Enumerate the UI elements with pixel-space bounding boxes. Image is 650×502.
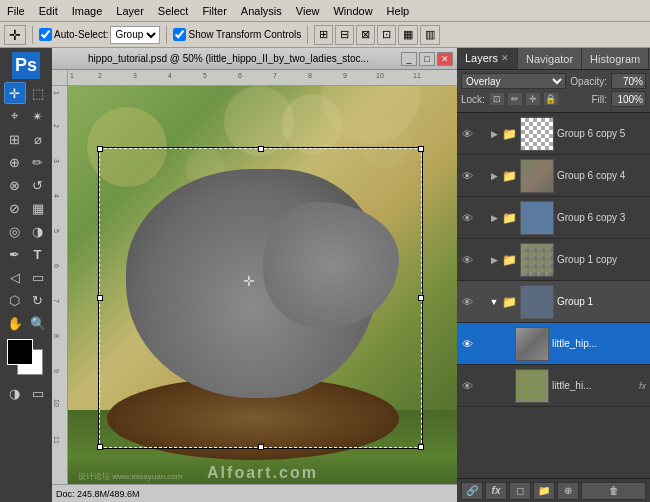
select-tool-icon[interactable]: ⬚ <box>27 82 49 104</box>
lock-fill-row: Lock: ⊡ ✏ ✛ 🔒 Fill: <box>461 91 646 107</box>
crop-tool-icon[interactable]: ⊞ <box>4 128 26 150</box>
visibility-eye-group1copy[interactable]: 👁 <box>459 252 475 268</box>
path-select-icon[interactable]: ◁ <box>4 266 26 288</box>
tab-layers-close[interactable]: ✕ <box>501 53 509 63</box>
lock-transparent-btn[interactable]: ⊡ <box>489 92 505 106</box>
expand-group6copy4[interactable]: ▶ <box>487 169 501 183</box>
text-tool-icon[interactable]: T <box>27 243 49 265</box>
minimize-button[interactable]: _ <box>401 52 417 66</box>
menu-image[interactable]: Image <box>65 3 110 19</box>
heal-tool-icon[interactable]: ⊕ <box>4 151 26 173</box>
add-mask-btn[interactable]: ◻ <box>509 482 531 500</box>
expand-group1[interactable]: ▼ <box>487 295 501 309</box>
expand-little-hi-fx <box>487 379 501 393</box>
quick-mask-icon[interactable]: ◑ <box>4 382 26 404</box>
canvas-image: ✛ <box>68 86 457 502</box>
blur-icon[interactable]: ◎ <box>4 220 26 242</box>
new-group-btn[interactable]: 📁 <box>533 482 555 500</box>
menu-help[interactable]: Help <box>380 3 417 19</box>
lock-all-btn[interactable]: 🔒 <box>543 92 559 106</box>
align-bottom-btn[interactable]: ▥ <box>420 25 440 45</box>
menu-edit[interactable]: Edit <box>32 3 65 19</box>
visibility-eye-little-hip[interactable]: 👁 <box>459 336 475 352</box>
tab-histogram[interactable]: Histogram <box>582 48 649 69</box>
menu-window[interactable]: Window <box>326 3 379 19</box>
lock-image-btn[interactable]: ✏ <box>507 92 523 106</box>
layer-group6copy3[interactable]: 👁 ▶ 📁 Group 6 copy 3 <box>457 197 650 239</box>
add-style-btn[interactable]: fx <box>485 482 507 500</box>
link-group6copy4 <box>475 168 487 184</box>
clone-stamp-icon[interactable]: ⊗ <box>4 174 26 196</box>
lock-position-btn[interactable]: ✛ <box>525 92 541 106</box>
transform-controls-checkbox[interactable] <box>173 28 186 41</box>
document-titlebar: hippo_tutorial.psd @ 50% (little_hippo_I… <box>52 48 457 70</box>
layer-little-hi-fx[interactable]: 👁 little_hi... fx <box>457 365 650 407</box>
layer-little-hip[interactable]: 👁 little_hip... <box>457 323 650 365</box>
layer-group1[interactable]: 👁 ▼ 📁 Group 1 <box>457 281 650 323</box>
auto-select-checkbox[interactable] <box>39 28 52 41</box>
color-selector[interactable] <box>7 339 45 377</box>
visibility-eye-group6copy5[interactable]: 👁 <box>459 126 475 142</box>
tab-navigator[interactable]: Navigator <box>518 48 582 69</box>
expand-group6copy3[interactable]: ▶ <box>487 211 501 225</box>
link-group6copy3 <box>475 210 487 226</box>
menu-layer[interactable]: Layer <box>109 3 151 19</box>
menu-select[interactable]: Select <box>151 3 196 19</box>
new-layer-btn[interactable]: ⊕ <box>557 482 579 500</box>
history-brush-icon[interactable]: ↺ <box>27 174 49 196</box>
link-little-hi-fx <box>475 378 487 394</box>
align-center-btn[interactable]: ⊟ <box>335 25 354 45</box>
menu-view[interactable]: View <box>289 3 327 19</box>
expand-group6copy5[interactable]: ▶ <box>487 127 501 141</box>
align-right-btn[interactable]: ⊠ <box>356 25 375 45</box>
vertical-ruler: 1 2 3 4 5 6 7 8 9 10 11 <box>52 86 68 502</box>
selection-handle-mr[interactable] <box>418 295 424 301</box>
toolbar-divider-1 <box>32 26 33 44</box>
eyedropper-icon[interactable]: ⌀ <box>27 128 49 150</box>
selection-handle-tr[interactable] <box>418 146 424 152</box>
gradient-icon[interactable]: ▦ <box>27 197 49 219</box>
dodge-icon[interactable]: ◑ <box>27 220 49 242</box>
hand-tool-icon[interactable]: ✋ <box>4 312 26 334</box>
blend-mode-select[interactable]: Overlay <box>461 73 566 89</box>
magic-wand-icon[interactable]: ✴ <box>27 105 49 127</box>
lasso-tool-icon[interactable]: ⌖ <box>4 105 26 127</box>
align-top-btn[interactable]: ⊡ <box>377 25 396 45</box>
tab-layers[interactable]: Layers ✕ <box>457 48 518 69</box>
visibility-eye-group6copy3[interactable]: 👁 <box>459 210 475 226</box>
photo-canvas[interactable]: ✛ 设计论坛 www.missyuan.com Alfoart.com <box>68 86 457 502</box>
foreground-color[interactable] <box>7 339 33 365</box>
delete-layer-btn[interactable]: 🗑 <box>581 482 646 500</box>
fx-badge: fx <box>639 381 646 391</box>
visibility-eye-little-hi-fx[interactable]: 👁 <box>459 378 475 394</box>
shape-tool-icon[interactable]: ▭ <box>27 266 49 288</box>
menu-analysis[interactable]: Analysis <box>234 3 289 19</box>
menu-file[interactable]: File <box>0 3 32 19</box>
brush-tool-icon[interactable]: ✏ <box>27 151 49 173</box>
auto-select-dropdown[interactable]: Group <box>110 26 160 44</box>
link-little-hip <box>475 336 487 352</box>
close-button[interactable]: ✕ <box>437 52 453 66</box>
fill-input[interactable] <box>611 91 646 107</box>
restore-button[interactable]: □ <box>419 52 435 66</box>
visibility-eye-group6copy4[interactable]: 👁 <box>459 168 475 184</box>
layer-group6copy4[interactable]: 👁 ▶ 📁 Group 6 copy 4 <box>457 155 650 197</box>
move-tool-icon[interactable]: ✛ <box>4 82 26 104</box>
expand-group1copy[interactable]: ▶ <box>487 253 501 267</box>
3d-icon[interactable]: ⬡ <box>4 289 26 311</box>
menu-filter[interactable]: Filter <box>195 3 233 19</box>
eraser-icon[interactable]: ⊘ <box>4 197 26 219</box>
move-tool-button[interactable]: ✛ <box>4 25 26 45</box>
link-layers-btn[interactable]: 🔗 <box>461 482 483 500</box>
zoom-tool-icon[interactable]: 🔍 <box>27 312 49 334</box>
selection-handle-ml[interactable] <box>97 295 103 301</box>
layer-group6copy5[interactable]: 👁 ▶ 📁 Group 6 copy 5 <box>457 113 650 155</box>
pen-tool-icon[interactable]: ✒ <box>4 243 26 265</box>
layer-group1copy[interactable]: 👁 ▶ 📁 Group 1 copy <box>457 239 650 281</box>
screen-mode-icon[interactable]: ▭ <box>27 382 49 404</box>
opacity-input[interactable] <box>611 73 646 89</box>
align-left-btn[interactable]: ⊞ <box>314 25 333 45</box>
visibility-eye-group1[interactable]: 👁 <box>459 294 475 310</box>
align-middle-btn[interactable]: ▦ <box>398 25 418 45</box>
rotate-icon[interactable]: ↻ <box>27 289 49 311</box>
